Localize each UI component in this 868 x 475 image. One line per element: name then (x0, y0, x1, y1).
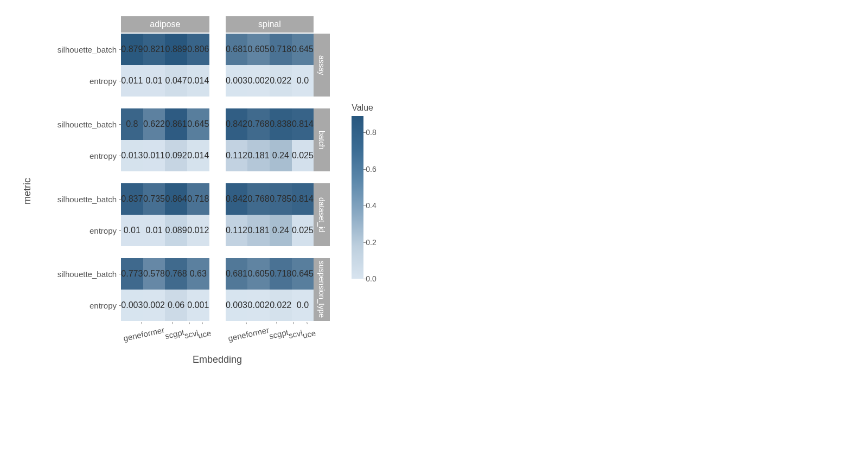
heatmap-cell: 0.645 (292, 34, 314, 65)
y-tick-label: silhouette_batch (40, 258, 121, 290)
heatmap-cell: 0.24 (270, 215, 292, 246)
heatmap-cell: 0.768 (165, 258, 187, 290)
row-facet-strip: dataset_id (314, 183, 330, 246)
legend-tick: 0.4 (366, 201, 376, 210)
y-tick-label: entropy (40, 215, 121, 246)
heatmap-cell: 0.003 (121, 290, 143, 321)
facet-row: silhouette_batchentropy0.8790.8210.8890.… (40, 34, 330, 97)
x-tick-label: scgpt (267, 322, 290, 341)
heatmap-cell: 0.092 (165, 140, 187, 171)
heatmap-cell: 0.821 (143, 34, 165, 65)
heatmap-cell: 0.011 (143, 140, 165, 171)
heatmap-cell: 0.735 (143, 183, 165, 215)
legend-tick: 0.2 (366, 238, 376, 247)
heatmap-cell: 0.01 (121, 215, 143, 246)
heatmap-cell: 0.768 (247, 183, 270, 215)
heatmap-cell: 0.01 (143, 215, 165, 246)
legend-tick: 0.6 (366, 165, 376, 174)
heatmap-cell: 0.06 (165, 290, 187, 321)
heatmap-cell: 0.814 (292, 108, 314, 140)
color-legend: Value 0.80.60.40.20.0 (352, 103, 390, 279)
heatmap-panel: 0.8420.7680.8380.8140.1120.1810.240.025 (226, 108, 314, 171)
heatmap-cell: 0.014 (187, 65, 209, 97)
y-tick-label: silhouette_batch (40, 34, 121, 65)
heatmap-cell: 0.718 (270, 258, 292, 290)
heatmap-cell: 0.842 (226, 108, 248, 140)
heatmap-cell: 0.837 (121, 183, 143, 215)
heatmap-cell: 0.605 (247, 258, 270, 290)
col-facet-strip: adipose (121, 16, 209, 33)
legend-tick: 0.8 (366, 128, 376, 137)
y-tick-label: silhouette_batch (40, 183, 121, 215)
heatmap-cell: 0.047 (165, 65, 187, 97)
heatmap-panel: 0.80.6220.8610.6450.0130.0110.0920.014 (121, 108, 209, 171)
heatmap-panel: 0.8420.7680.7850.8140.1120.1810.240.025 (226, 183, 314, 246)
x-tick-label: geneformer (122, 320, 165, 343)
heatmap-cell: 0.645 (292, 258, 314, 290)
heatmap-panel: 0.6810.6050.7180.6450.0030.0020.0220.0 (226, 258, 314, 321)
heatmap-cell: 0.01 (143, 65, 165, 97)
heatmap-cell: 0.806 (187, 34, 209, 65)
facet-row: silhouette_batchentropy0.8370.7350.8640.… (40, 183, 330, 246)
heatmap-cell: 0.814 (292, 183, 314, 215)
heatmap-cell: 0.0 (292, 290, 314, 321)
heatmap-cell: 0.718 (270, 34, 292, 65)
y-tick-label: entropy (40, 65, 121, 97)
heatmap-cell: 0.842 (226, 183, 248, 215)
heatmap-cell: 0.022 (270, 65, 292, 97)
legend-tick: 0.0 (366, 274, 376, 283)
heatmap-cell: 0.681 (226, 34, 248, 65)
heatmap-cell: 0.112 (226, 140, 248, 171)
chart-container: metric adiposespinal silhouette_batchent… (22, 16, 846, 365)
heatmap-cell: 0.578 (143, 258, 165, 290)
heatmap-cell: 0.879 (121, 34, 143, 65)
legend-title: Value (352, 103, 373, 113)
heatmap-cell: 0.014 (187, 140, 209, 171)
x-tick-label: geneformer (226, 320, 270, 343)
heatmap-cell: 0.002 (143, 290, 165, 321)
heatmap-panel: 0.7730.5780.7680.630.0030.0020.060.001 (121, 258, 209, 321)
heatmap-cell: 0.8 (121, 108, 143, 140)
heatmap-cell: 0.012 (187, 215, 209, 246)
facet-grid: adiposespinal silhouette_batchentropy0.8… (40, 16, 330, 365)
heatmap-cell: 0.181 (247, 140, 270, 171)
heatmap-cell: 0.002 (247, 290, 270, 321)
heatmap-cell: 0.889 (165, 34, 187, 65)
heatmap-cell: 0.011 (121, 65, 143, 97)
heatmap-cell: 0.013 (121, 140, 143, 171)
heatmap-cell: 0.003 (226, 290, 248, 321)
heatmap-cell: 0.718 (187, 183, 209, 215)
heatmap-cell: 0.0 (292, 65, 314, 97)
heatmap-cell: 0.022 (270, 290, 292, 321)
heatmap-cell: 0.605 (247, 34, 270, 65)
heatmap-cell: 0.181 (247, 215, 270, 246)
heatmap-cell: 0.864 (165, 183, 187, 215)
y-axis-title: metric (22, 178, 33, 204)
y-tick-label: silhouette_batch (40, 108, 121, 140)
heatmap-cell: 0.001 (187, 290, 209, 321)
heatmap-cell: 0.002 (247, 65, 270, 97)
row-facet-strip: assay (314, 34, 330, 97)
heatmap-cell: 0.025 (292, 215, 314, 246)
facet-row: silhouette_batchentropy0.80.6220.8610.64… (40, 108, 330, 171)
x-tick-label: scgpt (163, 322, 185, 341)
legend-colorbar (352, 116, 363, 279)
y-tick-label: entropy (40, 290, 121, 321)
y-tick-label: entropy (40, 140, 121, 171)
heatmap-panel: 0.8370.7350.8640.7180.010.010.0890.012 (121, 183, 209, 246)
x-tick-label: uce (196, 323, 212, 339)
heatmap-cell: 0.773 (121, 258, 143, 290)
heatmap-panel: 0.8790.8210.8890.8060.0110.010.0470.014 (121, 34, 209, 97)
heatmap-cell: 0.861 (165, 108, 187, 140)
heatmap-panel: 0.6810.6050.7180.6450.0030.0020.0220.0 (226, 34, 314, 97)
heatmap-cell: 0.838 (270, 108, 292, 140)
heatmap-cell: 0.63 (187, 258, 209, 290)
row-facet-strip: suspension_type (314, 258, 330, 321)
heatmap-cell: 0.681 (226, 258, 248, 290)
heatmap-cell: 0.768 (247, 108, 270, 140)
row-facet-strip: batch (314, 108, 330, 171)
x-axis-title: Embedding (121, 354, 314, 365)
heatmap-cell: 0.112 (226, 215, 248, 246)
heatmap-cell: 0.089 (165, 215, 187, 246)
facet-row: silhouette_batchentropy0.7730.5780.7680.… (40, 258, 330, 321)
